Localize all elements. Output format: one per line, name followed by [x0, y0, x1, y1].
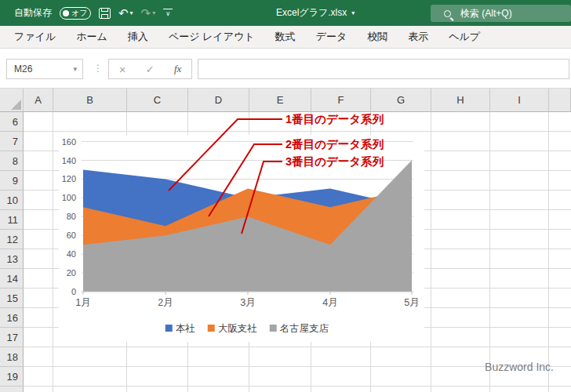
formula-bar-separator: ⋮ — [93, 63, 103, 74]
autosave-label: 自動保存 — [14, 6, 52, 20]
excel-window: 自動保存 オフ ↶▾ ↷▾ ∨ Excelグラフ.xlsx ▾ 検索 (Alt+… — [0, 0, 571, 392]
row-header-18[interactable]: 18 — [0, 347, 24, 367]
ribbon-tab-1[interactable]: ファイル — [4, 26, 66, 49]
ribbon-tab-6[interactable]: データ — [306, 26, 358, 49]
autosave-state: オフ — [71, 8, 87, 19]
cell-gridline — [126, 112, 127, 392]
customize-toolbar-icon[interactable]: ∨ — [163, 9, 173, 17]
insert-function-icon[interactable]: fx — [174, 63, 181, 75]
cancel-icon[interactable]: × — [119, 63, 126, 76]
row-header-8[interactable]: 8 — [0, 151, 24, 171]
redo-caret-icon: ▾ — [152, 10, 155, 16]
row-headers: 67891011121314151617181920 — [0, 112, 24, 392]
worksheet: ABCDEFGHI 67891011121314151617181920 — [0, 89, 571, 392]
formula-input[interactable] — [198, 59, 569, 79]
ribbon-tab-8[interactable]: 表示 — [398, 26, 438, 49]
column-header-C[interactable]: C — [127, 89, 188, 112]
search-icon — [444, 10, 451, 17]
ribbon-tab-3[interactable]: 挿入 — [118, 26, 158, 49]
save-icon[interactable] — [99, 8, 111, 19]
cell-grid[interactable] — [24, 112, 571, 392]
formula-buttons: × ✓ fx — [108, 59, 192, 79]
column-header-B[interactable]: B — [53, 89, 127, 112]
cell-gridline — [311, 112, 311, 392]
cell-gridline — [249, 112, 249, 392]
row-header-20[interactable]: 20 — [0, 387, 24, 392]
name-box-caret-icon: ▾ — [73, 65, 77, 73]
row-header-6[interactable]: 6 — [0, 112, 24, 132]
row-header-17[interactable]: 17 — [0, 328, 24, 347]
search-placeholder: 検索 (Alt+Q) — [460, 7, 512, 20]
row-header-13[interactable]: 13 — [0, 249, 24, 269]
cell-gridline — [53, 112, 53, 392]
document-title[interactable]: Excelグラフ.xlsx ▾ — [276, 0, 355, 26]
enter-icon[interactable]: ✓ — [146, 64, 155, 75]
ribbon-tab-bar: ファイルホーム挿入ページ レイアウト数式データ校閲表示ヘルプ — [0, 26, 571, 49]
undo-caret-icon: ▾ — [130, 10, 133, 16]
ribbon-tab-4[interactable]: ページ レイアウト — [158, 26, 265, 49]
column-header-I[interactable]: I — [490, 89, 549, 112]
select-all-corner[interactable] — [0, 89, 24, 112]
title-bar: 自動保存 オフ ↶▾ ↷▾ ∨ Excelグラフ.xlsx ▾ 検索 (Alt+… — [0, 0, 571, 26]
row-header-11[interactable]: 11 — [0, 210, 24, 230]
row-header-15[interactable]: 15 — [0, 289, 24, 308]
formula-bar: M26 ▾ ⋮ × ✓ fx — [0, 49, 571, 89]
cell-gridline — [489, 112, 490, 392]
toggle-dot-icon — [63, 10, 69, 16]
row-header-9[interactable]: 9 — [0, 171, 24, 191]
title-caret-icon: ▾ — [351, 9, 355, 16]
column-header-A[interactable]: A — [24, 89, 53, 112]
undo-button[interactable]: ↶▾ — [118, 7, 133, 19]
column-header-partial[interactable] — [549, 89, 571, 112]
name-box-value: M26 — [14, 64, 32, 74]
column-header-F[interactable]: F — [311, 89, 371, 112]
search-box[interactable]: 検索 (Alt+Q) — [431, 5, 571, 22]
cell-gridline — [370, 112, 371, 392]
row-header-14[interactable]: 14 — [0, 269, 24, 289]
document-title-text: Excelグラフ.xlsx — [276, 6, 347, 20]
autosave-toggle[interactable]: オフ — [60, 7, 91, 20]
cell-gridline — [548, 112, 549, 392]
column-header-E[interactable]: E — [249, 89, 311, 112]
redo-button[interactable]: ↷▾ — [141, 7, 156, 19]
name-box[interactable]: M26 ▾ — [6, 59, 83, 79]
row-header-19[interactable]: 19 — [0, 367, 24, 387]
column-header-H[interactable]: H — [431, 89, 490, 112]
cell-gridline — [187, 112, 188, 392]
row-header-12[interactable]: 12 — [0, 230, 24, 249]
column-headers: ABCDEFGHI — [0, 89, 571, 112]
ribbon-tab-7[interactable]: 校閲 — [357, 26, 398, 49]
column-header-D[interactable]: D — [188, 89, 249, 112]
ribbon-tab-5[interactable]: 数式 — [265, 26, 306, 49]
column-header-G[interactable]: G — [371, 89, 431, 112]
ribbon-tab-2[interactable]: ホーム — [66, 26, 118, 49]
ribbon-tab-9[interactable]: ヘルプ — [438, 26, 490, 49]
row-header-7[interactable]: 7 — [0, 132, 24, 151]
row-header-10[interactable]: 10 — [0, 191, 24, 210]
row-header-16[interactable]: 16 — [0, 308, 24, 328]
cell-gridline — [431, 112, 431, 392]
